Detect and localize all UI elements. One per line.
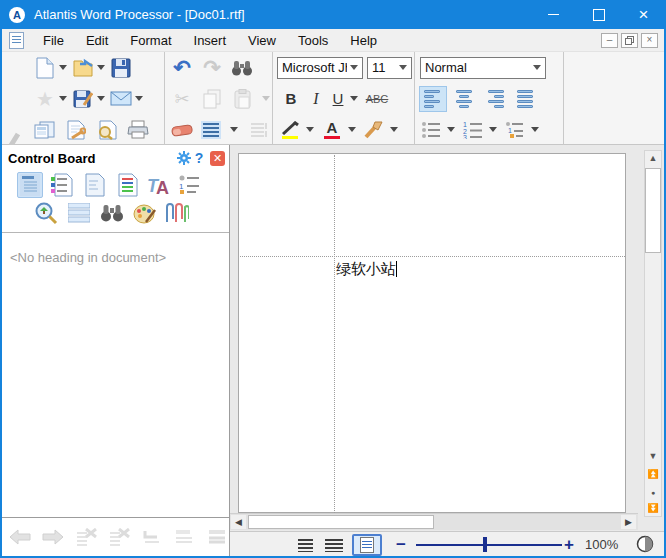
styles-pane-button[interactable] [49, 172, 75, 198]
scroll-right-icon[interactable]: ▶ [621, 515, 636, 529]
scroll-down-icon[interactable]: ▼ [645, 449, 661, 464]
format-painter-button[interactable] [362, 118, 386, 142]
erase-formatting-button[interactable] [170, 118, 194, 142]
new-dropdown-caret-icon[interactable] [59, 65, 67, 70]
favorites-button[interactable]: ★ [33, 87, 57, 111]
find-pane-button[interactable] [99, 200, 125, 226]
line-spacing-button[interactable] [199, 118, 223, 142]
numbering-caret-icon[interactable] [489, 127, 497, 132]
clips-pane-button[interactable] [163, 200, 189, 226]
underline-caret-icon[interactable] [350, 96, 358, 101]
select-browse-object-icon[interactable]: ● [645, 485, 661, 500]
bullets-caret-icon[interactable] [447, 127, 455, 132]
mdi-restore-button[interactable] [621, 33, 638, 48]
next-page-icon[interactable]: ⏬ [645, 501, 661, 516]
open-button[interactable] [71, 56, 95, 80]
layout-view-button[interactable] [352, 534, 382, 556]
print-button[interactable] [126, 118, 150, 142]
favorites-dropdown-caret-icon[interactable] [59, 96, 67, 101]
highlight-button[interactable] [278, 118, 302, 142]
document-page[interactable]: 绿软小站 [238, 153, 626, 513]
magnifier-icon [34, 201, 58, 225]
save-button[interactable] [109, 56, 133, 80]
gear-icon[interactable] [177, 151, 191, 165]
bullets-button[interactable] [419, 118, 443, 142]
menu-view[interactable]: View [237, 30, 287, 51]
align-center-button[interactable] [450, 86, 478, 112]
paragraphs-pane-button[interactable] [66, 200, 92, 226]
scroll-up-icon[interactable]: ▲ [645, 151, 661, 166]
menu-format[interactable]: Format [119, 30, 182, 51]
font-name-select[interactable]: Microsoft Jh [277, 57, 363, 79]
menu-help[interactable]: Help [339, 30, 388, 51]
help-icon[interactable]: ? [191, 150, 207, 166]
font-color-caret-icon[interactable] [348, 127, 356, 132]
bookmarks-pane-button[interactable] [115, 172, 141, 198]
vertical-scrollbar[interactable]: ▲ ▼ ⏫ ● ⏬ [644, 150, 662, 517]
control-board-close-icon[interactable]: ✕ [210, 151, 225, 166]
horizontal-scroll-thumb[interactable] [248, 515, 434, 529]
font-size-select[interactable]: 11 [367, 57, 412, 79]
new-document-button[interactable] [33, 56, 57, 80]
save-as-dropdown-caret-icon[interactable] [97, 96, 105, 101]
highlight-caret-icon[interactable] [306, 127, 314, 132]
scroll-left-icon[interactable]: ◀ [231, 515, 246, 529]
full-screen-toggle-icon[interactable] [636, 535, 654, 553]
mdi-minimize-button[interactable]: – [601, 33, 618, 48]
underline-button[interactable]: U [328, 90, 348, 107]
menu-edit[interactable]: Edit [75, 30, 119, 51]
format-painter-caret-icon[interactable] [390, 127, 398, 132]
align-left-button[interactable] [419, 86, 447, 112]
draft-view-button[interactable] [293, 535, 317, 555]
clipboard-panel-button[interactable] [33, 118, 57, 142]
align-justify-button[interactable] [512, 86, 540, 112]
menu-insert[interactable]: Insert [183, 30, 238, 51]
menu-file[interactable]: File [32, 30, 75, 51]
zoom-in-button[interactable]: + [564, 535, 574, 555]
email-button[interactable] [109, 87, 133, 111]
zoom-pane-button[interactable] [33, 200, 59, 226]
close-button[interactable]: × [621, 0, 666, 29]
previous-page-icon[interactable]: ⏫ [645, 467, 661, 482]
open-dropdown-caret-icon[interactable] [97, 65, 105, 70]
print-preview-button[interactable] [95, 118, 119, 142]
colors-pane-button[interactable] [132, 200, 158, 226]
copy-icon [203, 89, 221, 109]
save-as-button[interactable] [71, 87, 95, 111]
numbering-button[interactable]: 123 [461, 118, 485, 142]
control-board-tabs-row2 [2, 200, 230, 228]
multilevel-list-button[interactable]: 1 [503, 118, 527, 142]
bold-button[interactable]: B [278, 90, 304, 107]
zoom-out-button[interactable]: − [396, 535, 406, 555]
maximize-button[interactable] [576, 0, 621, 29]
zoom-percent[interactable]: 100% [585, 537, 618, 552]
horizontal-scrollbar[interactable]: ◀ ▶ [230, 513, 638, 530]
email-dropdown-caret-icon[interactable] [135, 96, 143, 101]
undo-button[interactable]: ↶ [170, 56, 194, 80]
menu-tools[interactable]: Tools [287, 30, 339, 51]
document-text[interactable]: 绿软小站 [336, 260, 397, 279]
italic-button[interactable]: I [304, 90, 328, 108]
zoom-slider-thumb[interactable] [483, 537, 487, 552]
line-spacing-caret-icon[interactable] [230, 127, 238, 132]
online-view-button[interactable] [322, 535, 346, 555]
zoom-slider-track[interactable] [416, 544, 562, 546]
multilevel-caret-icon[interactable] [531, 127, 539, 132]
mdi-close-button[interactable]: × [641, 33, 658, 48]
strikethrough-button[interactable]: ABC [362, 93, 392, 105]
statusbar: − + 100% [230, 531, 664, 556]
paste-dropdown-caret-icon [262, 96, 270, 101]
find-button[interactable] [230, 56, 254, 80]
document-options-button[interactable] [64, 118, 88, 142]
align-right-button[interactable] [481, 86, 509, 112]
svg-text:1: 1 [508, 127, 512, 134]
fields-pane-button[interactable] [82, 172, 108, 198]
font-color-button[interactable]: A [320, 118, 344, 142]
fonts-pane-button[interactable]: TA [146, 172, 172, 198]
minimize-button[interactable] [531, 0, 576, 29]
vertical-scroll-thumb[interactable] [645, 168, 661, 253]
style-select[interactable]: Normal [420, 57, 546, 79]
lists-pane-button[interactable]: 1 [176, 172, 202, 198]
headings-pane-button[interactable] [17, 172, 43, 198]
document-wrench-icon [66, 120, 86, 140]
